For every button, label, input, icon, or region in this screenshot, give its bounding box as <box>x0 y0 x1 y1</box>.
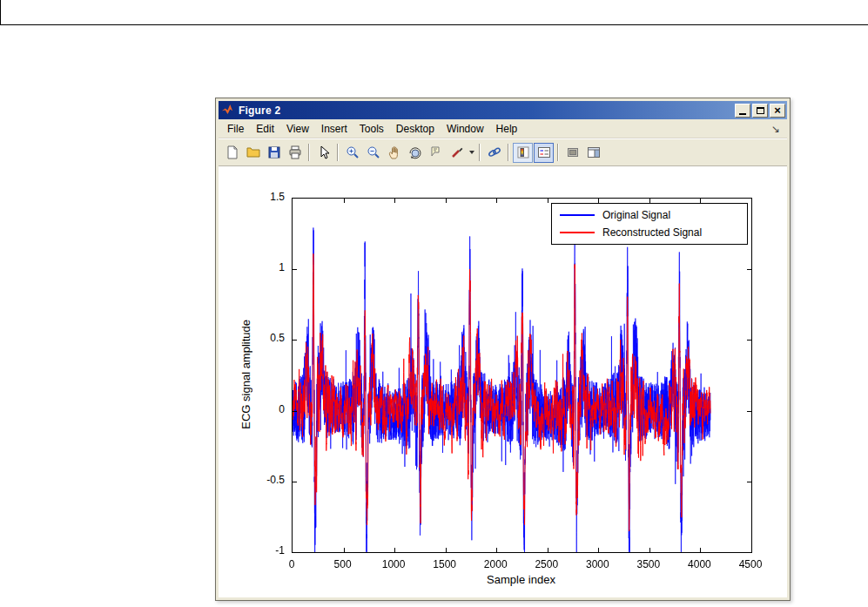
insert-colorbar-icon <box>515 145 531 160</box>
zoom-out-icon <box>366 145 381 160</box>
toolbar <box>219 138 787 166</box>
x-tick-label: 3000 <box>571 558 623 570</box>
maximize-icon <box>757 107 764 114</box>
data-cursor-icon <box>428 145 444 160</box>
dock-figure-icon[interactable]: ↘ <box>771 123 784 135</box>
pan-button[interactable] <box>384 143 404 163</box>
menu-item-window[interactable]: Window <box>441 121 490 137</box>
x-tick-label: 2000 <box>469 558 521 570</box>
insert-colorbar-button[interactable] <box>513 143 533 163</box>
legend-label: Original Signal <box>602 209 670 221</box>
x-tick-label: 0 <box>266 558 318 570</box>
x-tick-label: 500 <box>317 558 369 570</box>
minimize-icon <box>739 113 746 115</box>
x-tick-label: 4000 <box>673 558 725 570</box>
document-page: Figure 2 × FileEditViewInsertToolsDeskto… <box>0 0 868 607</box>
new-figure-icon <box>225 145 240 160</box>
x-tick-label: 1500 <box>419 558 471 570</box>
zoom-in-button[interactable] <box>342 143 362 163</box>
open-file-button[interactable] <box>243 143 263 163</box>
link-plot-button[interactable] <box>484 143 504 163</box>
plot-canvas[interactable] <box>293 199 751 552</box>
menu-item-file[interactable]: File <box>221 121 250 137</box>
x-tick-label: 1000 <box>367 558 420 570</box>
y-axis-label: ECG signal amplitude <box>238 198 253 551</box>
window-title: Figure 2 <box>239 105 729 117</box>
menu-item-view[interactable]: View <box>280 121 315 137</box>
plot-area[interactable]: Original SignalReconstructed Signal <box>292 198 752 553</box>
y-tick-label: 1 <box>246 261 285 273</box>
zoom-in-icon <box>345 145 360 160</box>
y-tick-label: -1 <box>246 544 285 556</box>
brush-dropdown-arrow <box>469 151 474 154</box>
pan-icon <box>387 145 402 160</box>
menu-items: FileEditViewInsertToolsDesktopWindowHelp <box>221 121 523 137</box>
data-cursor-button[interactable] <box>426 143 446 163</box>
new-figure-button[interactable] <box>222 143 242 163</box>
brush-icon <box>449 145 465 160</box>
minimize-button[interactable] <box>735 104 750 118</box>
hide-plot-tools-icon <box>565 145 581 160</box>
page-border-corner <box>0 0 1 25</box>
y-tick-label: 0 <box>246 403 285 415</box>
rotate-3d-button[interactable] <box>405 143 425 163</box>
legend-label: Reconstructed Signal <box>602 226 702 239</box>
x-tick-label: 4500 <box>724 558 777 570</box>
show-plot-tools-icon <box>586 145 602 160</box>
y-tick-label: 1.5 <box>246 191 285 203</box>
menu-item-tools[interactable]: Tools <box>353 121 390 137</box>
link-plot-icon <box>487 145 502 160</box>
edit-plot-button[interactable] <box>313 143 333 163</box>
show-plot-tools-button[interactable] <box>583 143 603 163</box>
hide-plot-tools-button[interactable] <box>562 143 582 163</box>
save-icon <box>266 145 282 160</box>
legend-entry[interactable]: Reconstructed Signal <box>552 224 747 241</box>
open-file-icon <box>246 145 261 160</box>
x-tick-label: 2500 <box>521 558 573 570</box>
insert-legend-icon <box>536 145 552 160</box>
toolbar-separator <box>557 144 559 161</box>
page-border-line <box>0 24 868 25</box>
x-axis-label: Sample index <box>292 573 750 586</box>
save-button[interactable] <box>264 143 284 163</box>
toolbar-separator <box>337 144 339 161</box>
y-tick-label: -0.5 <box>246 474 285 486</box>
zoom-out-button[interactable] <box>363 143 383 163</box>
insert-legend-button[interactable] <box>534 143 554 163</box>
toolbar-separator <box>308 144 310 161</box>
y-tick-label: 0.5 <box>246 332 285 344</box>
close-icon: × <box>774 105 781 116</box>
toolbar-separator <box>479 144 481 161</box>
menu-bar: FileEditViewInsertToolsDesktopWindowHelp… <box>219 119 787 138</box>
menu-item-help[interactable]: Help <box>490 121 524 137</box>
brush-dropdown-button[interactable] <box>468 143 475 163</box>
x-tick-label: 3500 <box>622 558 675 570</box>
print-icon <box>287 145 303 160</box>
title-bar[interactable]: Figure 2 × <box>219 101 787 119</box>
rotate-3d-icon <box>407 145 423 160</box>
print-button[interactable] <box>285 143 305 163</box>
figure-canvas-area: ECG signal amplitude Original SignalReco… <box>219 166 787 597</box>
menu-item-edit[interactable]: Edit <box>250 121 280 137</box>
menu-item-desktop[interactable]: Desktop <box>390 121 441 137</box>
figure-window: Figure 2 × FileEditViewInsertToolsDeskto… <box>215 98 791 601</box>
legend-line-sample <box>560 214 595 216</box>
legend[interactable]: Original SignalReconstructed Signal <box>551 203 748 245</box>
maximize-button[interactable] <box>752 104 768 118</box>
matlab-logo-icon <box>221 103 234 118</box>
edit-plot-icon <box>316 145 332 160</box>
brush-button[interactable] <box>447 143 467 163</box>
legend-line-sample <box>560 232 595 233</box>
menu-item-insert[interactable]: Insert <box>315 121 353 137</box>
close-button[interactable]: × <box>770 104 785 118</box>
window-controls: × <box>733 104 785 118</box>
toolbar-separator <box>508 144 509 161</box>
legend-entry[interactable]: Original Signal <box>552 206 747 224</box>
